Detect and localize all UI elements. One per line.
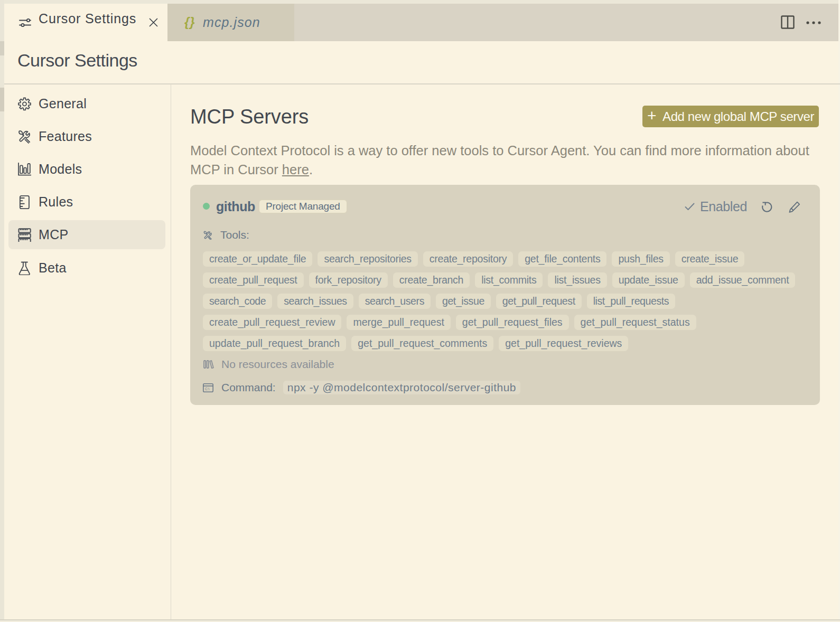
svg-text:C:\: C:\ bbox=[205, 387, 210, 391]
